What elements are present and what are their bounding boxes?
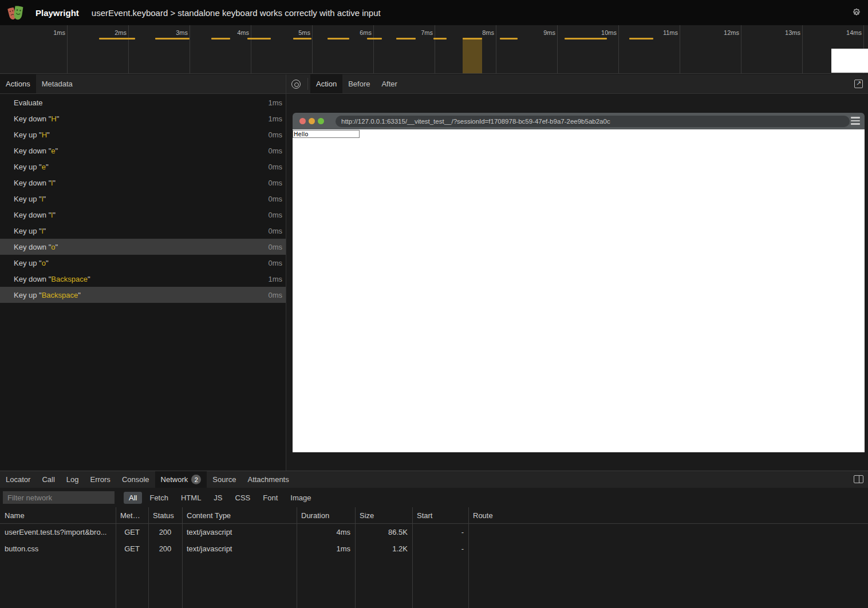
playwright-logo-icon <box>7 3 26 22</box>
action-row[interactable]: Key up "H"0ms <box>0 127 286 143</box>
tab-locator[interactable]: Locator <box>0 471 36 488</box>
tab-label: Network <box>161 475 188 484</box>
network-filter-input[interactable] <box>3 491 115 504</box>
column-header-size[interactable]: Size <box>355 511 412 520</box>
network-table: NameMethodStatusContent TypeDurationSize… <box>0 507 868 608</box>
tab-source[interactable]: Source <box>207 471 242 488</box>
timeline-action-bar[interactable] <box>396 38 416 40</box>
open-snapshot-popout-icon[interactable] <box>854 80 863 88</box>
cell-start: - <box>412 528 468 536</box>
action-row[interactable]: Key up "o"0ms <box>0 255 286 271</box>
snapshot-page <box>293 129 865 452</box>
table-column-separator <box>297 507 297 608</box>
action-label: Key down "H" <box>14 115 59 123</box>
network-request-row[interactable]: button.cssGET200text/javascript1ms1.2K- <box>0 540 868 557</box>
filter-chip-html[interactable]: HTML <box>176 492 206 504</box>
tab-label: Console <box>122 475 149 484</box>
filter-chip-js[interactable]: JS <box>208 492 227 504</box>
action-duration: 0ms <box>268 227 282 235</box>
settings-gear-icon[interactable] <box>851 7 862 18</box>
timeline-action-bar[interactable] <box>99 38 135 40</box>
action-row[interactable]: Key down "o"0ms <box>0 239 286 255</box>
column-header-duration[interactable]: Duration <box>297 511 355 520</box>
timeline-tick-label: 14ms <box>827 29 862 37</box>
tab-label: After <box>381 80 397 88</box>
timeline-action-bar[interactable] <box>155 38 190 40</box>
tab-errors[interactable]: Errors <box>84 471 116 488</box>
filter-chip-all[interactable]: All <box>124 492 142 504</box>
action-row[interactable]: Key up "l"0ms <box>0 223 286 239</box>
action-row[interactable]: Evaluate1ms <box>0 94 286 110</box>
timeline[interactable]: 1ms2ms3ms4ms5ms6ms7ms8ms9ms10ms11ms12ms1… <box>0 25 868 74</box>
tab-attachments[interactable]: Attachments <box>242 471 294 488</box>
timeline-action-bar[interactable] <box>293 38 311 40</box>
filter-chip-font[interactable]: Font <box>258 492 283 504</box>
timeline-action-bar[interactable] <box>367 38 382 40</box>
action-row[interactable]: Key down "l"0ms <box>0 175 286 191</box>
tab-network[interactable]: Network2 <box>155 471 207 488</box>
action-key-value: o <box>42 259 46 267</box>
tab-actions[interactable]: Actions <box>0 74 36 93</box>
timeline-action-bar[interactable] <box>328 38 349 40</box>
action-key-value: e <box>42 163 46 171</box>
cell-status: 200 <box>148 528 182 536</box>
timeline-action-bar[interactable] <box>433 38 447 40</box>
timeline-action-bar[interactable] <box>211 38 230 40</box>
action-label: Key up "l" <box>14 195 46 203</box>
timeline-film-thumbnail[interactable] <box>831 49 868 73</box>
action-duration: 0ms <box>268 147 282 155</box>
timeline-action-bar[interactable] <box>247 38 271 40</box>
filter-chip-image[interactable]: Image <box>285 492 316 504</box>
tab-console[interactable]: Console <box>116 471 155 488</box>
column-header-name[interactable]: Name <box>0 511 116 520</box>
column-header-method[interactable]: Method <box>116 511 148 520</box>
menu-hamburger-icon[interactable] <box>851 117 860 125</box>
column-header-status[interactable]: Status <box>148 511 182 520</box>
tab-after[interactable]: After <box>376 74 403 93</box>
traffic-light-green-icon <box>318 118 324 124</box>
network-request-row[interactable]: userEvent.test.ts?import&bro...GET200tex… <box>0 524 868 540</box>
timeline-action-bar[interactable] <box>500 38 518 40</box>
table-column-separator <box>182 507 183 608</box>
traffic-light-red-icon <box>299 118 306 124</box>
action-label: Key down "Backspace" <box>14 275 90 283</box>
traffic-light-yellow-icon <box>309 118 315 124</box>
action-row[interactable]: Key up "e"0ms <box>0 159 286 175</box>
snapshot-tab-bar: ActionBeforeAfter <box>286 74 868 94</box>
action-duration: 0ms <box>268 131 282 139</box>
column-header-content-type[interactable]: Content Type <box>182 511 297 520</box>
tab-label: Locator <box>6 475 30 484</box>
timeline-tick-label: 2ms <box>92 29 127 37</box>
column-header-route[interactable]: Route <box>468 511 868 520</box>
timeline-gridline <box>435 25 435 74</box>
action-row[interactable]: Key down "l"0ms <box>0 207 286 223</box>
timeline-tick-label: 9ms <box>521 29 555 37</box>
filter-chip-css[interactable]: CSS <box>230 492 256 504</box>
address-bar[interactable]: http://127.0.0.1:63315/__vitest_test__/?… <box>336 116 850 127</box>
action-row[interactable]: Key down "e"0ms <box>0 143 286 159</box>
table-column-separator <box>412 507 413 608</box>
action-duration: 1ms <box>268 275 282 283</box>
timeline-selected-range[interactable] <box>463 38 482 73</box>
action-key-value: l <box>51 179 53 187</box>
timeline-action-bar[interactable] <box>565 38 607 40</box>
action-label: Key down "o" <box>14 243 58 251</box>
tab-metadata[interactable]: Metadata <box>36 74 78 93</box>
split-view-icon[interactable] <box>854 475 863 483</box>
action-row[interactable]: Key up "Backspace"0ms <box>0 287 286 303</box>
filter-chip-fetch[interactable]: Fetch <box>144 492 173 504</box>
timeline-action-bar[interactable] <box>463 38 482 40</box>
pick-locator-icon[interactable] <box>291 80 301 89</box>
action-row[interactable]: Key down "Backspace"1ms <box>0 271 286 287</box>
page-text-input[interactable] <box>293 130 360 138</box>
tab-call[interactable]: Call <box>36 471 60 488</box>
timeline-action-bar[interactable] <box>629 38 653 40</box>
action-row[interactable]: Key down "H"1ms <box>0 110 286 127</box>
tab-action[interactable]: Action <box>310 74 342 93</box>
action-label: Key up "o" <box>14 259 49 267</box>
column-header-start[interactable]: Start <box>412 511 468 520</box>
action-key-value: Backspace <box>51 275 88 283</box>
action-row[interactable]: Key up "l"0ms <box>0 191 286 207</box>
tab-log[interactable]: Log <box>61 471 85 488</box>
tab-before[interactable]: Before <box>342 74 376 93</box>
